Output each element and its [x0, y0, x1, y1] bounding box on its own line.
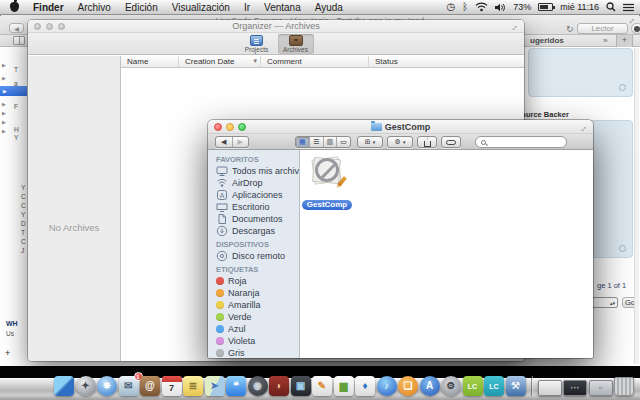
- dock-calendar[interactable]: 7: [162, 376, 182, 396]
- sidebar-item-todos-mis-archivos[interactable]: Todos mis archivos: [208, 165, 299, 177]
- dock-trash[interactable]: [614, 377, 634, 396]
- safari-bookmarks-sidebar-icon[interactable]: [13, 36, 25, 45]
- dock-minimized-window-gray[interactable]: ▫: [589, 380, 613, 396]
- numbers-icon: ▆: [340, 381, 348, 391]
- menu-edicion[interactable]: Edición: [118, 0, 165, 15]
- organizer-tab-projects[interactable]: Projects: [239, 34, 275, 54]
- notification-center-icon[interactable]: [623, 3, 634, 12]
- dock-safari[interactable]: ✵: [97, 376, 117, 396]
- arrange-button[interactable]: ⊞▾: [357, 136, 383, 148]
- dock-xcode[interactable]: ⚒: [506, 376, 526, 396]
- bookmarks-overflow-chevrons[interactable]: »: [603, 36, 607, 45]
- sidebar-tag-gris[interactable]: Gris: [208, 347, 299, 358]
- dock-dvd-player[interactable]: ◗: [269, 376, 289, 396]
- dock-mail[interactable]: ✉1: [119, 376, 139, 396]
- column-header-comment[interactable]: Comment: [261, 56, 369, 67]
- dock-messages[interactable]: ❝: [226, 376, 246, 396]
- dock-contacts[interactable]: @: [140, 376, 160, 396]
- menu-finder[interactable]: Finder: [26, 0, 71, 15]
- spotlight-icon[interactable]: [606, 2, 616, 12]
- sidebar-tag-roja[interactable]: Roja: [208, 275, 299, 287]
- safari-scrollbar[interactable]: [634, 48, 639, 364]
- safari-back-button[interactable]: ◀: [9, 23, 24, 33]
- itunes-icon: ♪: [384, 381, 389, 391]
- sidebar-tag-azul[interactable]: Azul: [208, 323, 299, 335]
- sidebar-tag-amarilla[interactable]: Amarilla: [208, 299, 299, 311]
- dock-livecode-commercial[interactable]: LC: [484, 376, 504, 396]
- archives-icon: [289, 35, 303, 46]
- sidebar-item-descargas[interactable]: Descargas: [208, 225, 299, 237]
- dock-ibooks[interactable]: ❏: [398, 376, 418, 396]
- back-button[interactable]: ◀: [216, 137, 232, 147]
- forum-selected-row[interactable]: ▶: [0, 86, 27, 96]
- forum-page-select[interactable]: ▴▾: [592, 297, 618, 308]
- menu-ayuda[interactable]: Ayuda: [308, 0, 350, 15]
- sidebar-item-airdrop[interactable]: AirDrop: [208, 177, 299, 189]
- menu-bar-left: Finder Archivo Edición Visualización Ir …: [6, 0, 350, 15]
- apple-menu-icon[interactable]: [10, 2, 19, 12]
- dock-livecode-community[interactable]: LC: [463, 376, 483, 396]
- menu-clock[interactable]: mié 11:16: [560, 2, 599, 12]
- menu-archivo[interactable]: Archivo: [71, 0, 118, 15]
- column-header-name[interactable]: Name: [121, 56, 179, 67]
- list-view-button[interactable]: ☰: [309, 137, 323, 147]
- sidebar-item-documentos[interactable]: Documentos: [208, 213, 299, 225]
- messages-icon: ❝: [233, 381, 238, 391]
- sidebar-item-escritorio[interactable]: Escritorio: [208, 201, 299, 213]
- dock-notes[interactable]: ≣: [183, 376, 203, 396]
- menu-ventana[interactable]: Ventana: [257, 0, 308, 15]
- safari-reader-button[interactable]: Lector: [577, 23, 628, 34]
- dock-minimized-window-printer[interactable]: [538, 380, 562, 396]
- dock-minimized-window-dark[interactable]: ⋯: [563, 380, 587, 396]
- pages-icon: ✎: [318, 381, 326, 391]
- menu-ir[interactable]: Ir: [237, 0, 257, 15]
- finder-window[interactable]: GestComp ↔ ◀ ▶ ▦ ☰ ▥ ▭ ⊞▾ ⚙▾: [208, 120, 593, 358]
- column-header-creation-date[interactable]: Creation Date ▾: [179, 56, 261, 67]
- sidebar-tag-naranja[interactable]: Naranja: [208, 287, 299, 299]
- dock-launchpad[interactable]: ✦: [76, 376, 96, 396]
- gestcomp-file-label[interactable]: GestComp: [300, 193, 354, 211]
- sidebar-tag-violeta[interactable]: Violeta: [208, 335, 299, 347]
- gestcomp-file-icon[interactable]: [308, 153, 346, 191]
- menu-visualizacion[interactable]: Visualización: [165, 0, 237, 15]
- dock-finder[interactable]: [54, 376, 74, 396]
- battery-icon[interactable]: [538, 3, 553, 11]
- safari-downloads-button[interactable]: [631, 23, 640, 34]
- time-machine-icon[interactable]: ◷: [446, 2, 455, 12]
- forward-button[interactable]: ▶: [232, 137, 249, 147]
- dock-app-store[interactable]: A: [420, 376, 440, 396]
- bluetooth-icon[interactable]: ᛒ: [462, 2, 468, 12]
- tags-button[interactable]: [441, 136, 461, 148]
- sidebar-item-disco-remoto[interactable]: Disco remoto: [208, 250, 299, 262]
- safari-reload-icon[interactable]: ↻: [566, 24, 574, 34]
- action-menu-button[interactable]: ⚙▾: [387, 136, 413, 148]
- bookmarks-bar-item[interactable]: ugeridos: [530, 36, 564, 45]
- icon-view-button[interactable]: ▦: [296, 137, 309, 147]
- contacts-icon: @: [145, 381, 155, 391]
- coverflow-view-button[interactable]: ▭: [336, 137, 350, 147]
- dock-numbers[interactable]: ▆: [334, 376, 354, 396]
- dock-pages[interactable]: ✎: [312, 376, 332, 396]
- dock-system-preferences[interactable]: ⚙: [441, 376, 461, 396]
- column-view-button[interactable]: ▥: [323, 137, 337, 147]
- organizer-tab-archives[interactable]: Archives: [278, 34, 314, 54]
- dock-facetime[interactable]: ◉: [248, 376, 268, 396]
- volume-icon[interactable]: [495, 3, 506, 12]
- column-header-status[interactable]: Status: [369, 56, 524, 67]
- new-tab-button[interactable]: +: [616, 35, 633, 47]
- search-input[interactable]: [489, 138, 561, 147]
- applications-icon: A: [216, 189, 228, 201]
- dock-maps[interactable]: ➤: [205, 376, 225, 396]
- share-button[interactable]: [417, 136, 437, 148]
- finder-file-area[interactable]: GestComp: [300, 150, 593, 358]
- sidebar-tag-verde[interactable]: Verde: [208, 311, 299, 323]
- organizer-title: Organizer — Archives: [28, 21, 524, 31]
- wifi-icon[interactable]: [475, 2, 488, 12]
- dock-keynote[interactable]: ♦: [355, 376, 375, 396]
- forum-panel-top: [528, 48, 633, 97]
- organizer-archives-sidebar: No Archives: [28, 56, 121, 361]
- dock-itunes[interactable]: ♪: [377, 376, 397, 396]
- search-field[interactable]: [475, 136, 567, 148]
- sidebar-item-aplicaciones[interactable]: A Aplicaciones: [208, 189, 299, 201]
- dock-photo-booth[interactable]: ▣: [291, 376, 311, 396]
